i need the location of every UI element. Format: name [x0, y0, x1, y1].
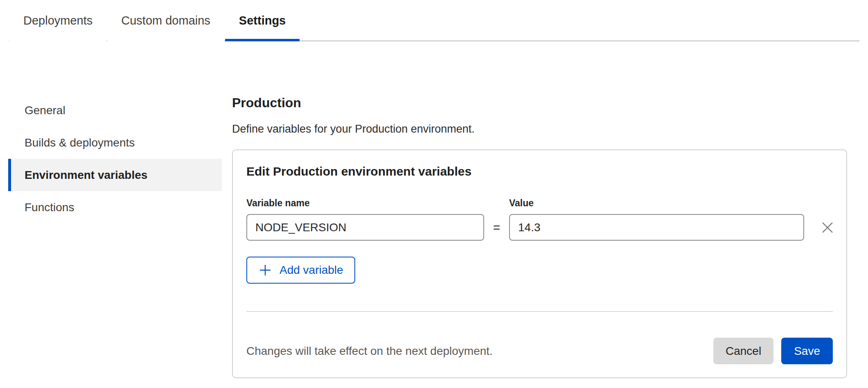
- equals-sign: =: [484, 221, 509, 235]
- remove-variable-button[interactable]: [818, 218, 837, 237]
- sidebar-item-environment-variables-label: Environment variables: [25, 169, 147, 182]
- tab-list: Deployments Custom domains Settings: [9, 0, 300, 41]
- add-variable-button[interactable]: Add variable: [246, 257, 355, 284]
- field-labels-row: Variable name Value: [246, 198, 833, 209]
- settings-sidebar: General Builds & deployments Environment…: [8, 94, 222, 223]
- tab-settings[interactable]: Settings: [225, 0, 300, 41]
- variable-name-input[interactable]: [246, 214, 484, 241]
- card-footer: Changes will take effect on the next dep…: [246, 338, 833, 364]
- plus-icon: [258, 263, 272, 277]
- sidebar-item-functions-label: Functions: [25, 201, 74, 214]
- sidebar-item-general-label: General: [25, 104, 65, 117]
- tab-deployments[interactable]: Deployments: [9, 0, 106, 41]
- footer-note: Changes will take effect on the next dep…: [246, 345, 493, 358]
- value-label: Value: [509, 198, 804, 209]
- variable-row: =: [246, 214, 833, 241]
- cancel-button[interactable]: Cancel: [713, 338, 773, 364]
- page-title: Production: [232, 95, 847, 111]
- tab-deployments-label: Deployments: [23, 14, 92, 27]
- tab-custom-domains-label: Custom domains: [121, 14, 210, 27]
- sidebar-item-builds-deployments[interactable]: Builds & deployments: [8, 126, 222, 159]
- page-subtitle: Define variables for your Production env…: [232, 122, 847, 136]
- variable-value-input[interactable]: [509, 214, 804, 241]
- tab-settings-label: Settings: [239, 14, 286, 27]
- footer-actions: Cancel Save: [713, 338, 833, 364]
- active-tab-indicator: [225, 39, 300, 41]
- env-variables-card: Edit Production environment variables Va…: [232, 149, 847, 378]
- x-icon: [819, 219, 836, 236]
- tab-bar: Deployments Custom domains Settings: [0, 0, 868, 41]
- sidebar-item-general[interactable]: General: [8, 94, 222, 126]
- sidebar-item-functions[interactable]: Functions: [8, 191, 222, 223]
- add-variable-label: Add variable: [280, 264, 343, 277]
- variable-name-label: Variable name: [246, 198, 484, 209]
- card-heading: Edit Production environment variables: [246, 164, 833, 179]
- sidebar-item-builds-deployments-label: Builds & deployments: [25, 136, 135, 149]
- sidebar-item-environment-variables[interactable]: Environment variables: [8, 159, 222, 191]
- main-content: Production Define variables for your Pro…: [232, 95, 847, 378]
- save-button[interactable]: Save: [781, 338, 833, 364]
- card-divider: [246, 311, 833, 312]
- tab-custom-domains[interactable]: Custom domains: [107, 0, 224, 41]
